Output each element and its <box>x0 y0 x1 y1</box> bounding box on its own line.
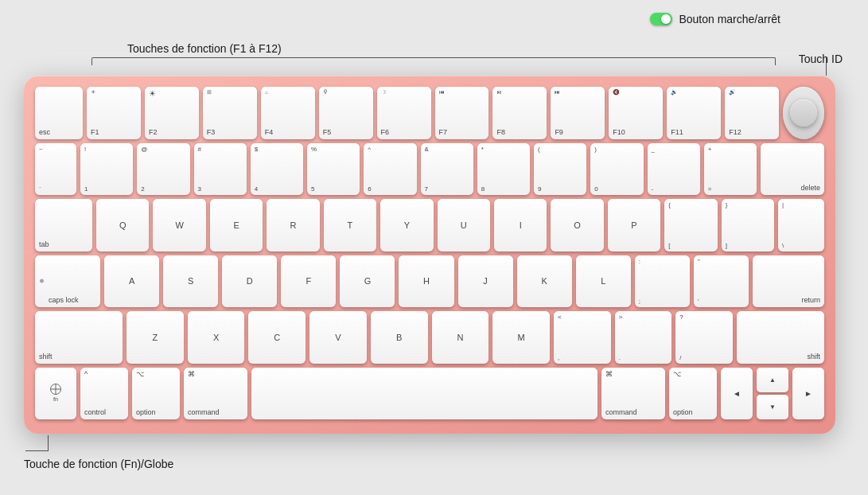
key-l[interactable]: L <box>576 255 631 308</box>
key-f12[interactable]: 🔊 F12 <box>725 87 779 139</box>
key-3[interactable]: # 3 <box>194 143 247 196</box>
key-f6[interactable]: ☽ F6 <box>377 87 431 139</box>
key-f7[interactable]: ⏮ F7 <box>435 87 489 139</box>
power-toggle-switch[interactable] <box>650 13 672 25</box>
fn-key-row: esc ☀ F1 ☀ F2 ⊞ F3 ⌕ <box>35 87 824 139</box>
key-f10[interactable]: 🔇 F10 <box>609 87 663 139</box>
key-space[interactable] <box>251 368 597 420</box>
key-semicolon[interactable]: : ; <box>635 255 690 308</box>
key-command-right[interactable]: ⌘ command <box>601 368 665 420</box>
key-e[interactable]: E <box>210 199 263 251</box>
key-period[interactable]: > . <box>615 311 672 364</box>
key-f11[interactable]: 🔉 F11 <box>667 87 721 139</box>
key-9[interactable]: ( 9 <box>534 143 586 196</box>
key-delete[interactable]: delete <box>761 143 824 196</box>
key-rbracket[interactable]: } ] <box>722 199 774 251</box>
key-2-top: @ <box>141 146 147 153</box>
key-f5[interactable]: 🎙 F5 <box>319 87 373 139</box>
key-8[interactable]: * 8 <box>477 143 530 196</box>
key-g[interactable]: G <box>340 255 395 308</box>
key-lbracket[interactable]: { [ <box>664 199 717 251</box>
key-arrow-left[interactable]: ◄ <box>721 368 753 420</box>
key-shift-left[interactable]: shift <box>35 311 123 364</box>
key-f-label: F <box>306 276 311 286</box>
key-i[interactable]: I <box>494 199 547 251</box>
key-arrow-down[interactable]: ▼ <box>757 395 788 419</box>
key-quote[interactable]: " ' <box>694 255 749 308</box>
key-option-left[interactable]: ⌥ option <box>132 368 180 420</box>
key-equals[interactable]: + = <box>704 143 757 196</box>
key-control[interactable]: ^ control <box>80 368 128 420</box>
key-o[interactable]: O <box>551 199 603 251</box>
key-f4[interactable]: ⌕ F4 <box>261 87 315 139</box>
key-rbracket-bottom: ] <box>726 242 727 249</box>
key-9-top: ( <box>538 146 540 153</box>
key-arrow-up[interactable]: ▲ <box>757 368 788 392</box>
key-f1-label: F1 <box>91 129 99 137</box>
key-1[interactable]: ! 1 <box>80 143 133 196</box>
key-4[interactable]: $ 4 <box>251 143 303 196</box>
key-option-right[interactable]: ⌥ option <box>669 368 717 420</box>
key-f11-icon: 🔉 <box>671 89 678 95</box>
key-e-label: E <box>233 220 239 230</box>
key-q[interactable]: Q <box>96 199 149 251</box>
key-5[interactable]: % 5 <box>307 143 360 196</box>
key-backtick-top: ~ <box>39 146 43 153</box>
key-7[interactable]: & 7 <box>421 143 473 196</box>
key-j-label: J <box>483 276 488 286</box>
key-m[interactable]: M <box>492 311 550 364</box>
fn-globe-line-h <box>25 450 49 451</box>
key-backslash-bottom: \ <box>782 242 784 249</box>
key-comma[interactable]: < , <box>554 311 611 364</box>
key-u[interactable]: U <box>438 199 490 251</box>
key-w[interactable]: W <box>153 199 205 251</box>
key-j[interactable]: J <box>458 255 513 308</box>
key-touchid[interactable] <box>783 87 824 139</box>
key-f2[interactable]: ☀ F2 <box>145 87 199 139</box>
key-f8[interactable]: ⏯ F8 <box>492 87 547 139</box>
key-b[interactable]: B <box>371 311 428 364</box>
key-z[interactable]: Z <box>127 311 184 364</box>
key-arrow-right[interactable]: ► <box>792 368 824 420</box>
key-6[interactable]: ^ 6 <box>364 143 416 196</box>
key-a[interactable]: A <box>104 255 159 308</box>
key-2-bottom: 2 <box>141 185 144 193</box>
key-c[interactable]: C <box>248 311 306 364</box>
key-f[interactable]: F <box>281 255 336 308</box>
key-slash[interactable]: ? / <box>675 311 733 364</box>
key-backtick-bottom: ` <box>39 185 41 193</box>
key-0[interactable]: ) 0 <box>590 143 643 196</box>
key-h[interactable]: H <box>399 255 453 308</box>
key-backslash[interactable]: | \ <box>778 199 824 251</box>
key-shift-right[interactable]: shift <box>737 311 824 364</box>
key-equals-bottom: = <box>708 185 712 193</box>
key-f3[interactable]: ⊞ F3 <box>203 87 257 139</box>
asdf-key-row: caps lock A S D F G H J K L : ; " ' <box>35 255 824 308</box>
key-f9[interactable]: ⏭ F9 <box>551 87 605 139</box>
key-p[interactable]: P <box>608 199 660 251</box>
key-s[interactable]: S <box>163 255 218 308</box>
key-5-bottom: 5 <box>311 185 314 193</box>
key-f1[interactable]: ☀ F1 <box>87 87 141 139</box>
key-n[interactable]: N <box>432 311 489 364</box>
key-2[interactable]: @ 2 <box>137 143 189 196</box>
key-fn-globe[interactable]: fn <box>35 368 76 420</box>
key-r[interactable]: R <box>267 199 319 251</box>
key-backtick[interactable]: ~ ` <box>35 143 76 196</box>
key-return[interactable]: return <box>753 255 824 308</box>
key-tab[interactable]: tab <box>35 199 92 251</box>
key-command-left[interactable]: ⌘ command <box>184 368 247 420</box>
key-f8-icon: ⏯ <box>496 89 502 95</box>
key-y[interactable]: Y <box>380 199 433 251</box>
bracket-right-v <box>826 57 827 65</box>
key-d[interactable]: D <box>222 255 277 308</box>
key-k[interactable]: K <box>517 255 572 308</box>
key-f6-icon: ☽ <box>381 89 386 95</box>
key-v[interactable]: V <box>309 311 367 364</box>
key-t[interactable]: T <box>324 199 376 251</box>
key-x[interactable]: X <box>188 311 245 364</box>
key-minus[interactable]: _ - <box>648 143 700 196</box>
key-capslock[interactable]: caps lock <box>35 255 100 308</box>
key-lbracket-bottom: [ <box>668 242 670 249</box>
key-esc[interactable]: esc <box>35 87 83 139</box>
